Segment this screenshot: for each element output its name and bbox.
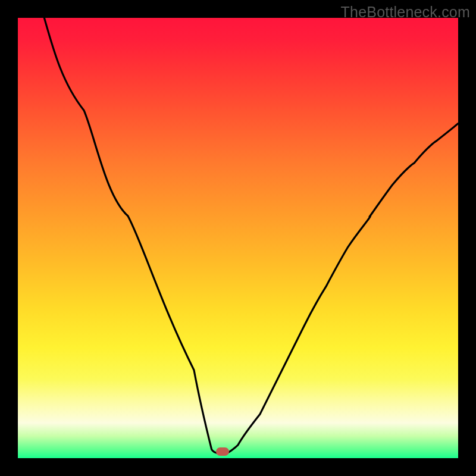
plot-area: [18, 18, 458, 458]
bottleneck-curve: [18, 18, 458, 458]
chart-frame: TheBottleneck.com: [0, 0, 476, 476]
min-marker: [216, 447, 229, 456]
curve-path: [44, 18, 458, 454]
